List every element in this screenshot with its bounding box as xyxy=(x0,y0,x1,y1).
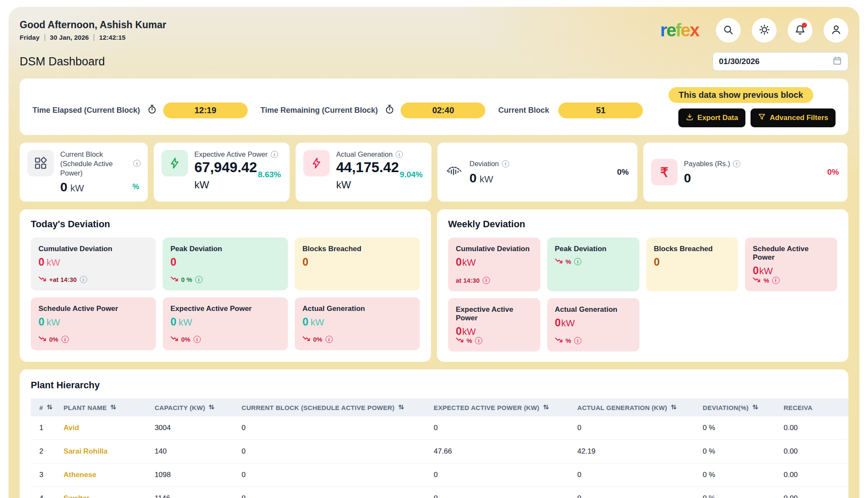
page-title-row: DSM Dashboard 01/30/2026 xyxy=(20,52,848,71)
info-icon[interactable]: i xyxy=(195,276,202,283)
column-header-index[interactable]: # xyxy=(31,404,64,411)
info-icon[interactable]: i xyxy=(80,276,87,283)
receivables-cell: 0.00 xyxy=(783,424,848,432)
greeting-text: Good Afternoon, Ashish Kumar xyxy=(20,19,166,31)
expected-power-cell: 47.66 xyxy=(434,447,577,456)
trend-down-icon xyxy=(456,337,463,344)
kpi-value: 0 xyxy=(684,171,740,185)
logo-letter: e xyxy=(666,20,675,40)
trend-down-icon xyxy=(170,276,178,283)
column-header-plant-name[interactable]: PLANT NAME xyxy=(64,404,155,411)
greeting-datetime: Friday 30 Jan, 2026 12:42:15 xyxy=(20,34,166,41)
export-data-label: Export Data xyxy=(698,114,738,122)
mini-title: Cumulative Deviation xyxy=(456,245,533,253)
deviation-cell: 0 % xyxy=(703,424,783,432)
section-title: Today's Deviation xyxy=(31,219,420,230)
actual-generation-cell: 0 xyxy=(578,471,703,479)
column-header-current-block[interactable]: CURRENT BLOCK (SCHEDULE ACTIVE POWER) xyxy=(242,404,434,411)
table-header-row: # PLANT NAME CAPACITY (KW) CURRENT BLOCK… xyxy=(31,398,848,416)
download-icon xyxy=(686,113,694,123)
header-actions: refex xyxy=(660,18,848,43)
previous-block-notice: This data show previous block xyxy=(669,87,813,103)
column-header-actual-generation[interactable]: ACTUAL GENERATION (KW) xyxy=(578,404,703,411)
mini-footer: % i xyxy=(753,277,830,284)
plant-name-link[interactable]: Sarai Rohilla xyxy=(64,447,108,455)
mini-footer: 0% i xyxy=(170,336,280,343)
row-index: 4 xyxy=(31,494,64,498)
block-actions: This data show previous block Export Dat… xyxy=(669,87,836,127)
trend-down-icon xyxy=(302,336,310,343)
info-icon[interactable]: i xyxy=(326,336,333,343)
expected-power-cell: 0 xyxy=(434,494,577,498)
mini-value: 0 xyxy=(302,256,412,268)
peak-deviation-card: Peak Deviation 0 0 % i xyxy=(163,237,288,290)
info-icon[interactable]: i xyxy=(194,336,201,343)
expective-active-power-card: Expective Active Power 0kW 0% i xyxy=(163,297,288,350)
info-icon[interactable]: i xyxy=(62,336,69,343)
cumulative-deviation-card: Cumulative Deviation 0kW +at 14:30 i xyxy=(31,237,156,290)
kpi-current-block-card: Current Block (Schedule Active Power) 0k… xyxy=(20,143,148,202)
advanced-filters-button[interactable]: Advanced Filters xyxy=(751,108,836,127)
kpi-percent: 8.63% xyxy=(258,170,281,179)
kpi-payables-card: ₹ Payables (Rs.)i 0 0% xyxy=(643,143,847,202)
sort-icon xyxy=(110,404,116,411)
info-icon[interactable]: i xyxy=(502,160,509,167)
expective-active-power-card: Expective Active Power 0kW % i xyxy=(448,298,540,352)
advanced-filters-label: Advanced Filters xyxy=(770,114,828,122)
info-icon[interactable]: i xyxy=(574,258,581,265)
table-row: 2 Sarai Rohilla 140 0 47.66 42.19 0 % 0.… xyxy=(31,440,848,463)
capacity-cell: 1146 xyxy=(155,494,242,498)
todays-deviation-section: Today's Deviation Cumulative Deviation 0… xyxy=(20,209,431,362)
profile-button[interactable] xyxy=(824,18,848,43)
actual-generation-cell: 0 xyxy=(578,424,703,432)
column-header-capacity[interactable]: CAPACITY (KW) xyxy=(155,404,242,411)
table-row: 1 Avid 3004 0 0 0 0 % 0.00 xyxy=(31,416,848,440)
plant-name-link[interactable]: Avid xyxy=(64,424,79,432)
sort-icon xyxy=(752,404,758,411)
current-block-cell: 0 xyxy=(242,494,434,498)
column-header-expected-power[interactable]: EXPECTED ACTIVE POWER (KW) xyxy=(434,404,577,411)
time-remaining-pill: 02:40 xyxy=(401,103,485,118)
schedule-active-power-card: Schedule Active Power 0kW 0% i xyxy=(31,297,156,350)
plant-name-link[interactable]: Swelter xyxy=(64,494,89,498)
export-data-button[interactable]: Export Data xyxy=(678,108,745,127)
info-icon[interactable]: i xyxy=(475,337,482,344)
mini-title: Cumulative Deviation xyxy=(38,245,148,253)
capacity-cell: 140 xyxy=(155,447,242,456)
table-row: 3 Athenese 1098 0 0 0 0 % 0.00 xyxy=(31,463,848,487)
deviation-wave-icon xyxy=(445,164,463,180)
kpi-percent: 9.04% xyxy=(400,170,423,179)
mini-value: 0 xyxy=(654,256,731,268)
plant-name-link[interactable]: Athenese xyxy=(64,471,97,479)
info-icon[interactable]: i xyxy=(271,151,278,158)
info-icon[interactable]: i xyxy=(396,151,403,158)
grid-icon xyxy=(27,150,54,176)
blocks-breached-card: Blocks Breached 0 xyxy=(646,237,739,291)
block-timers: Time Elapsed (Current Block) 12:19 Time … xyxy=(32,87,643,127)
time-remaining-label: Time Remaining (Current Block) xyxy=(261,106,378,115)
theme-toggle-button[interactable] xyxy=(752,18,777,43)
trend-down-icon xyxy=(170,336,178,343)
info-icon[interactable]: i xyxy=(574,337,581,344)
schedule-active-power-card: Schedule Active Power 0kW % i xyxy=(745,237,837,291)
info-icon[interactable]: i xyxy=(483,277,490,284)
info-icon[interactable]: i xyxy=(772,277,780,284)
info-icon[interactable]: i xyxy=(733,160,740,167)
row-index: 1 xyxy=(31,424,64,432)
column-header-receivables[interactable]: RECEIVA xyxy=(783,404,848,411)
info-icon[interactable]: i xyxy=(133,160,141,167)
date-picker-input[interactable]: 01/30/2026 xyxy=(713,52,848,71)
column-header-deviation[interactable]: DEVIATION(%) xyxy=(703,404,783,411)
actual-generation-card: Actual Generation 0kW % i xyxy=(547,298,639,352)
sort-icon xyxy=(47,404,53,411)
blocks-breached-card: Blocks Breached 0 xyxy=(295,237,420,290)
user-icon xyxy=(830,24,842,37)
mini-title: Expective Active Power xyxy=(170,305,280,313)
lightning-icon xyxy=(303,150,330,176)
logo-letter: x xyxy=(690,20,699,40)
deviation-cell: 0 % xyxy=(703,471,783,479)
mini-title: Actual Generation xyxy=(302,305,412,313)
notifications-button[interactable] xyxy=(788,18,812,43)
todays-deviation-grid: Cumulative Deviation 0kW +at 14:30 i Pea… xyxy=(31,237,420,350)
search-button[interactable] xyxy=(716,18,741,43)
